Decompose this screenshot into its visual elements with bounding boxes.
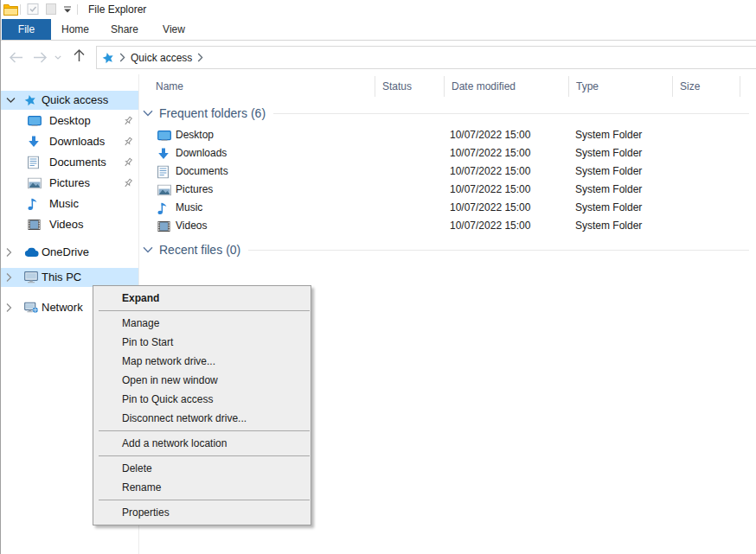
menu-separator bbox=[99, 430, 310, 431]
column-header-date-modified[interactable]: Date modified bbox=[445, 76, 569, 97]
quick-access-star-icon bbox=[24, 94, 36, 106]
videos-icon bbox=[157, 220, 170, 232]
column-header-name[interactable]: Name bbox=[139, 76, 375, 97]
address-bar: Quick access bbox=[0, 41, 756, 74]
sidebar-item-quick-access[interactable]: Quick access bbox=[0, 91, 138, 110]
file-date-modified: 10/07/2022 15:00 bbox=[450, 144, 530, 162]
chevron-right-icon[interactable] bbox=[6, 303, 12, 313]
menu-item-pin-to-start[interactable]: Pin to Start bbox=[93, 333, 311, 352]
context-menu: ExpandManagePin to StartMap network driv… bbox=[93, 285, 311, 525]
menu-item-manage[interactable]: Manage bbox=[93, 314, 311, 333]
sidebar-item-label: Quick access bbox=[42, 91, 108, 110]
chevron-down-icon[interactable] bbox=[143, 110, 153, 117]
column-header-type[interactable]: Type bbox=[569, 76, 673, 97]
sidebar-item-label: This PC bbox=[42, 268, 81, 287]
column-header-size[interactable]: Size bbox=[673, 76, 740, 97]
back-icon[interactable] bbox=[8, 51, 24, 64]
menu-item-delete[interactable]: Delete bbox=[93, 459, 311, 478]
tab-share[interactable]: Share bbox=[99, 19, 150, 40]
sidebar-item-this-pc[interactable]: This PC bbox=[0, 268, 138, 287]
file-row-videos[interactable]: Videos10/07/2022 15:00System Folder bbox=[139, 217, 756, 235]
address-box[interactable]: Quick access bbox=[96, 46, 756, 69]
sidebar-item-documents[interactable]: Documents bbox=[0, 153, 138, 172]
column-headers: NameStatusDate modifiedTypeSize bbox=[139, 76, 756, 97]
tab-file[interactable]: File bbox=[2, 19, 51, 40]
sidebar-item-onedrive[interactable]: OneDrive bbox=[0, 243, 138, 262]
file-name: Downloads bbox=[176, 144, 227, 162]
chevron-down-icon[interactable] bbox=[6, 98, 16, 104]
file-date-modified: 10/07/2022 15:00 bbox=[450, 162, 530, 181]
titlebar-separator bbox=[20, 4, 21, 15]
file-rows: Desktop10/07/2022 15:00System FolderDown… bbox=[139, 126, 756, 235]
menu-item-open-in-new-window[interactable]: Open in new window bbox=[93, 371, 311, 390]
file-row-desktop[interactable]: Desktop10/07/2022 15:00System Folder bbox=[139, 126, 756, 144]
quick-access-star-icon bbox=[102, 52, 114, 64]
music-icon bbox=[157, 201, 167, 214]
file-name: Music bbox=[176, 199, 202, 217]
menu-item-map-network-drive[interactable]: Map network drive... bbox=[93, 352, 311, 371]
group-count: (0) bbox=[226, 243, 240, 257]
breadcrumb-location[interactable]: Quick access bbox=[131, 52, 192, 64]
window-title: File Explorer bbox=[88, 0, 146, 19]
file-name: Documents bbox=[176, 162, 228, 181]
group-count: (6) bbox=[251, 106, 266, 120]
chevron-down-icon[interactable] bbox=[143, 246, 153, 253]
sidebar-item-desktop[interactable]: Desktop bbox=[0, 111, 138, 131]
file-row-downloads[interactable]: Downloads10/07/2022 15:00System Folder bbox=[139, 144, 756, 162]
chevron-right-icon[interactable] bbox=[6, 248, 12, 258]
group-rule bbox=[248, 250, 749, 251]
file-date-modified: 10/07/2022 15:00 bbox=[450, 199, 530, 217]
new-item-icon[interactable] bbox=[46, 3, 56, 15]
properties-icon[interactable] bbox=[27, 3, 39, 15]
pin-icon bbox=[123, 116, 133, 126]
file-explorer-logo-icon[interactable] bbox=[3, 3, 18, 16]
menu-item-properties[interactable]: Properties bbox=[93, 503, 311, 522]
menu-separator bbox=[99, 455, 310, 456]
customize-quick-access-toolbar-icon[interactable] bbox=[63, 6, 72, 13]
file-row-documents[interactable]: Documents10/07/2022 15:00System Folder bbox=[139, 162, 756, 181]
file-row-music[interactable]: Music10/07/2022 15:00System Folder bbox=[139, 199, 756, 217]
file-type: System Folder bbox=[575, 181, 642, 199]
group-header-frequent-folders[interactable]: Frequent folders (6) bbox=[139, 105, 756, 122]
group-rule bbox=[273, 113, 749, 114]
videos-icon bbox=[28, 220, 41, 231]
chevron-right-icon[interactable] bbox=[6, 273, 12, 283]
documents-icon bbox=[157, 165, 169, 178]
menu-item-expand[interactable]: Expand bbox=[93, 289, 311, 308]
group-title: Recent files bbox=[159, 243, 222, 257]
menu-item-rename[interactable]: Rename bbox=[93, 478, 311, 497]
pictures-icon bbox=[157, 184, 171, 195]
menu-item-pin-to-quick-access[interactable]: Pin to Quick access bbox=[93, 390, 311, 409]
file-date-modified: 10/07/2022 15:00 bbox=[450, 181, 530, 199]
sidebar-item-music[interactable]: Music bbox=[0, 194, 138, 213]
sidebar-item-videos[interactable]: Videos bbox=[0, 215, 138, 234]
menu-item-disconnect-network-drive[interactable]: Disconnect network drive... bbox=[93, 409, 311, 428]
file-date-modified: 10/07/2022 15:00 bbox=[450, 126, 530, 144]
menu-item-add-a-network-location[interactable]: Add a network location bbox=[93, 434, 311, 453]
group-header-recent-files[interactable]: Recent files (0) bbox=[139, 241, 756, 258]
downloads-icon bbox=[157, 147, 170, 160]
file-date-modified: 10/07/2022 15:00 bbox=[450, 217, 530, 235]
column-header-status[interactable]: Status bbox=[375, 76, 445, 97]
sidebar-item-downloads[interactable]: Downloads bbox=[0, 132, 138, 151]
ribbon-tabs: File Home Share View bbox=[0, 19, 756, 41]
music-icon bbox=[28, 198, 37, 211]
file-type: System Folder bbox=[575, 217, 642, 235]
recent-locations-icon[interactable] bbox=[54, 55, 61, 60]
tab-view[interactable]: View bbox=[150, 19, 198, 40]
file-name: Videos bbox=[176, 217, 207, 235]
network-icon bbox=[24, 302, 38, 314]
file-row-pictures[interactable]: Pictures10/07/2022 15:00System Folder bbox=[139, 181, 756, 199]
titlebar: File Explorer bbox=[0, 0, 756, 19]
breadcrumb-chevron-icon[interactable] bbox=[119, 53, 125, 62]
sidebar-item-pictures[interactable]: Pictures bbox=[0, 174, 138, 193]
forward-icon[interactable] bbox=[32, 51, 48, 64]
file-type: System Folder bbox=[575, 162, 642, 181]
sidebar-item-label: Network bbox=[42, 298, 83, 317]
sidebar-item-label: Videos bbox=[49, 215, 84, 234]
up-icon[interactable] bbox=[73, 48, 86, 62]
sidebar-item-label: Downloads bbox=[49, 132, 105, 151]
breadcrumb-chevron-icon[interactable] bbox=[197, 53, 203, 62]
titlebar-separator bbox=[77, 4, 78, 15]
tab-home[interactable]: Home bbox=[51, 19, 99, 40]
